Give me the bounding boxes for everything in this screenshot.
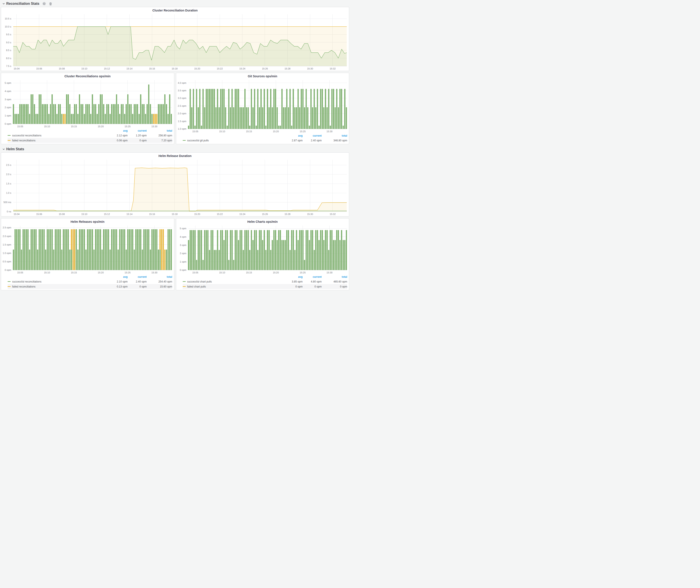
svg-text:15:10: 15:10: [219, 130, 225, 133]
svg-text:15:22: 15:22: [217, 67, 223, 70]
svg-text:2.0 opm: 2.0 opm: [178, 112, 186, 115]
legend-col-current[interactable]: current: [303, 134, 322, 137]
series-color-marker: [8, 140, 11, 141]
legend-row: successful git pulls 2.87 opm 2.40 opm 3…: [183, 138, 347, 143]
panel-title[interactable]: Git Sources ops/min: [176, 73, 349, 78]
legend-col-current[interactable]: current: [128, 275, 147, 278]
svg-text:1 opm: 1 opm: [180, 260, 186, 263]
series-color-marker: [183, 140, 186, 141]
svg-text:15:10: 15:10: [81, 213, 87, 215]
panel-title[interactable]: Helm Releases ops/min: [1, 218, 174, 224]
svg-text:0 opm: 0 opm: [180, 269, 186, 271]
legend-series[interactable]: successful chart pulls: [183, 280, 284, 283]
svg-text:1 opm: 1 opm: [5, 114, 11, 117]
svg-text:3 opm: 3 opm: [180, 244, 186, 246]
section-helm-stats[interactable]: Helm Stats: [1, 146, 349, 152]
cluster-reconciliations-chart[interactable]: 0 opm1 opm2 opm3 opm4 opm5 opm15:0515:10…: [1, 78, 174, 129]
legend-col-total[interactable]: total: [322, 134, 347, 137]
svg-text:15:15: 15:15: [71, 125, 77, 128]
series-color-marker: [8, 286, 11, 287]
svg-text:15:15: 15:15: [246, 271, 252, 274]
panel-title[interactable]: Helm Release Duration: [1, 153, 349, 158]
legend-col-avg[interactable]: avg: [109, 275, 128, 278]
legend-series-label[interactable]: successful reconciliations: [12, 280, 41, 283]
legend-col-total[interactable]: total: [147, 275, 172, 278]
svg-text:4.0 opm: 4.0 opm: [178, 82, 186, 84]
helm-releases-chart[interactable]: 0 opm0.5 opm1.0 opm1.5 opm2.0 opm2.5 opm…: [1, 224, 174, 275]
legend-row: successful reconciliations 2.12 opm 1.20…: [8, 133, 172, 138]
svg-text:2.5 s: 2.5 s: [6, 164, 11, 166]
legend-col-total[interactable]: total: [147, 129, 172, 132]
legend-total-value: 346.80 opm: [322, 139, 347, 142]
svg-text:15:30: 15:30: [307, 213, 313, 215]
legend-series-label[interactable]: failed reconciliations: [12, 139, 35, 142]
legend: avg current total successful reconciliat…: [1, 129, 174, 144]
legend-col-avg[interactable]: avg: [284, 275, 303, 278]
legend-current-value: 0 opm: [128, 285, 147, 288]
cluster-reconciliation-duration-chart[interactable]: 7.5 s8.0 s8.5 s9.0 s9.5 s10.0 s10.5 s15:…: [1, 13, 349, 71]
legend-current-value: 0 opm: [303, 285, 322, 288]
legend-series[interactable]: failed chart pulls: [183, 285, 284, 288]
svg-text:10.0 s: 10.0 s: [5, 25, 11, 28]
panel-title[interactable]: Helm Charts ops/min: [176, 218, 349, 224]
svg-text:15:05: 15:05: [17, 271, 23, 274]
legend-series-label[interactable]: successful git pulls: [187, 139, 209, 142]
svg-text:2.0 opm: 2.0 opm: [3, 235, 11, 237]
helm-charts-chart[interactable]: 0 opm1 opm2 opm3 opm4 opm5 opm15:0515:10…: [176, 224, 349, 275]
svg-text:9.0 s: 9.0 s: [6, 41, 11, 44]
trash-icon[interactable]: [49, 2, 52, 5]
legend-series-label[interactable]: successful chart pulls: [187, 280, 212, 283]
legend-col-avg[interactable]: avg: [109, 129, 128, 132]
svg-text:15:25: 15:25: [125, 271, 131, 274]
svg-text:2 opm: 2 opm: [180, 252, 186, 255]
legend-current-value: 0 opm: [128, 139, 147, 142]
svg-text:15:14: 15:14: [126, 213, 132, 215]
helm-release-duration-chart[interactable]: 0 ns500 ms1.0 s1.5 s2.0 s2.5 s15:0415:06…: [1, 158, 349, 216]
legend-series-label[interactable]: failed chart pulls: [187, 285, 206, 288]
svg-text:3.5 opm: 3.5 opm: [178, 89, 186, 92]
panel-helm-charts: Helm Charts ops/min 0 opm1 opm2 opm3 opm…: [176, 218, 349, 290]
svg-text:4 opm: 4 opm: [180, 236, 186, 238]
legend-total-value: 15.60 opm: [147, 285, 172, 288]
legend-col-current[interactable]: current: [303, 275, 322, 278]
legend-avg-value: 0 opm: [284, 285, 303, 288]
svg-text:15:30: 15:30: [152, 271, 158, 274]
panel-title[interactable]: Cluster Reconciliation Duration: [1, 7, 349, 13]
git-sources-chart[interactable]: 1.0 opm1.5 opm2.0 opm2.5 opm3.0 opm3.5 o…: [176, 78, 349, 134]
svg-text:15:05: 15:05: [192, 271, 198, 274]
svg-text:15:20: 15:20: [194, 67, 200, 70]
svg-text:15:24: 15:24: [239, 213, 245, 215]
svg-text:15:04: 15:04: [14, 67, 20, 70]
svg-text:15:04: 15:04: [14, 213, 20, 215]
legend-col-avg[interactable]: avg: [284, 134, 303, 137]
legend-col-total[interactable]: total: [322, 275, 347, 278]
svg-text:15:12: 15:12: [104, 67, 110, 70]
legend-series[interactable]: successful git pulls: [183, 139, 284, 142]
legend-series[interactable]: successful reconciliations: [8, 134, 109, 137]
legend-series[interactable]: failed reconciliations: [8, 285, 109, 288]
panel-title[interactable]: Cluster Reconciliations ops/min: [1, 73, 174, 78]
svg-text:15:08: 15:08: [59, 213, 65, 215]
legend-col-current[interactable]: current: [128, 129, 147, 132]
legend-series-label[interactable]: failed reconciliations: [12, 285, 35, 288]
svg-text:15:05: 15:05: [17, 125, 23, 128]
legend-series-label[interactable]: successful reconciliations: [12, 134, 41, 137]
svg-text:15:25: 15:25: [300, 130, 306, 133]
svg-text:15:22: 15:22: [217, 213, 223, 215]
section-reconciliation-stats[interactable]: Reconciliation Stats: [1, 0, 349, 7]
legend-series[interactable]: successful reconciliations: [8, 280, 109, 283]
svg-text:2 opm: 2 opm: [5, 106, 11, 109]
svg-text:3 opm: 3 opm: [5, 98, 11, 101]
svg-text:15:06: 15:06: [36, 67, 42, 70]
svg-text:15:26: 15:26: [262, 67, 268, 70]
legend-header-row: avg current total: [183, 134, 347, 138]
dashboard: Reconciliation Stats Cluster Reconciliat…: [0, 0, 350, 294]
legend-series[interactable]: failed reconciliations: [8, 139, 109, 142]
svg-text:8.5 s: 8.5 s: [6, 49, 11, 52]
svg-text:10.5 s: 10.5 s: [5, 17, 11, 20]
gear-icon[interactable]: [42, 2, 46, 5]
svg-text:15:24: 15:24: [239, 67, 245, 70]
svg-text:15:25: 15:25: [125, 125, 131, 128]
svg-text:15:10: 15:10: [81, 67, 87, 70]
svg-text:8.0 s: 8.0 s: [6, 57, 11, 60]
